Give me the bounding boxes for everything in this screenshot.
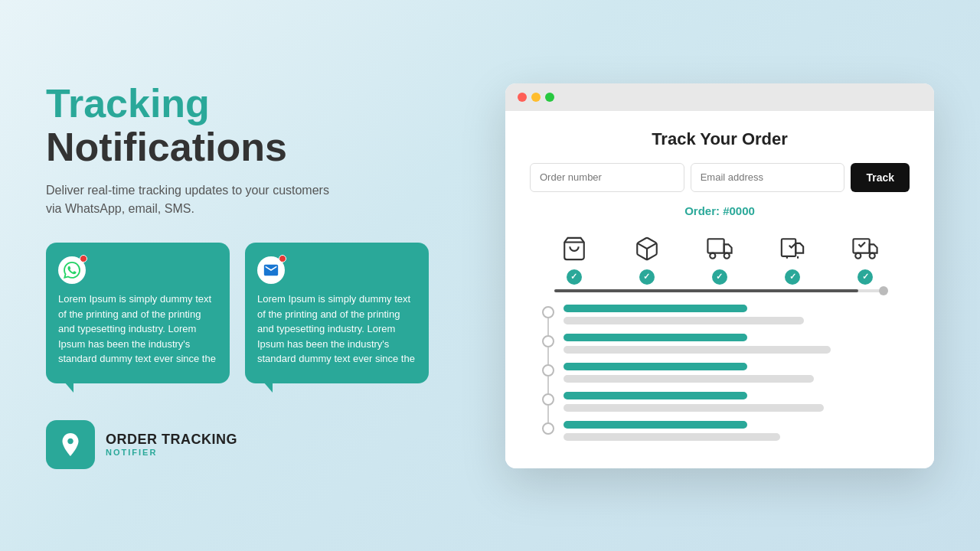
timeline-bar-gray — [564, 433, 780, 441]
tracking-word: Tracking — [46, 81, 210, 126]
timeline-bar-teal — [564, 334, 747, 341]
progress-line-container — [530, 289, 910, 292]
check-truck — [712, 269, 727, 285]
timeline-item — [542, 392, 897, 412]
progress-dot — [879, 286, 888, 295]
status-step-truck — [704, 233, 736, 285]
timeline — [530, 305, 910, 441]
check-delivered — [858, 269, 873, 285]
logo-text: ORDER TRACKING NOTIFIER — [106, 432, 237, 457]
logo-area: ORDER TRACKING NOTIFIER — [46, 420, 452, 469]
email-icon-container — [257, 256, 285, 284]
whatsapp-icon — [64, 262, 80, 279]
logo-icon — [57, 431, 84, 458]
order-id: Order: #0000 — [530, 204, 910, 217]
notification-dot-2 — [279, 255, 286, 262]
svg-point-4 — [710, 253, 715, 258]
timeline-lines — [564, 334, 897, 354]
chat-card-whatsapp: Lorem Ipsum is simply dummy text of the … — [46, 243, 230, 383]
delivered-icon — [849, 233, 881, 265]
timeline-item — [542, 421, 897, 441]
timeline-bar-gray — [564, 404, 824, 412]
timeline-lines — [564, 421, 897, 441]
track-title: Track Your Order — [530, 129, 910, 149]
browser-toolbar — [505, 83, 934, 111]
svg-marker-8 — [870, 244, 877, 253]
timeline-lines — [564, 363, 897, 383]
timeline-dot — [542, 393, 554, 406]
timeline-dot — [542, 422, 554, 435]
logo-name: ORDER TRACKING — [106, 432, 237, 448]
timeline-bar-gray — [564, 317, 804, 324]
truck-icon — [704, 233, 736, 265]
progress-track — [554, 289, 885, 292]
timeline-bar-teal — [564, 392, 747, 399]
status-step-box — [631, 233, 663, 285]
order-number-input[interactable] — [530, 163, 684, 192]
whatsapp-icon-container — [58, 256, 86, 284]
timeline-lines — [564, 305, 897, 324]
logo-box — [46, 420, 95, 469]
timeline-dot — [542, 364, 554, 377]
card1-text: Lorem Ipsum is simply dummy text of the … — [58, 293, 216, 364]
timeline-lines — [564, 392, 897, 412]
svg-rect-6 — [782, 239, 795, 256]
chat-card-email: Lorem Ipsum is simply dummy text of the … — [245, 243, 429, 383]
svg-point-9 — [856, 253, 861, 258]
timeline-bar-gray — [564, 375, 814, 383]
email-icon — [263, 262, 279, 279]
timeline-bar-teal — [564, 363, 747, 370]
svg-point-5 — [724, 253, 730, 258]
status-step-delivered — [849, 233, 881, 285]
browser-dot-red — [518, 93, 527, 102]
svg-marker-3 — [724, 244, 732, 253]
svg-point-10 — [870, 253, 875, 258]
delivery-icon — [776, 233, 808, 265]
check-delivery — [785, 269, 800, 285]
svg-rect-2 — [707, 239, 724, 253]
check-box — [639, 269, 655, 285]
timeline-bar-gray — [564, 346, 831, 354]
timeline-item — [542, 334, 897, 354]
timeline-item — [542, 363, 897, 383]
check-cart — [567, 269, 582, 285]
cart-icon — [558, 233, 590, 265]
card2-text: Lorem Ipsum is simply dummy text of the … — [257, 293, 415, 364]
browser-window: Track Your Order Track Order: #0000 — [505, 83, 934, 468]
timeline-item — [542, 305, 897, 324]
track-inputs: Track — [530, 163, 910, 192]
email-input[interactable] — [691, 163, 845, 192]
timeline-bar-teal — [564, 421, 747, 429]
timeline-bar-teal — [564, 305, 747, 312]
box-icon — [631, 233, 663, 265]
browser-content: Track Your Order Track Order: #0000 — [505, 111, 934, 468]
timeline-dot — [542, 306, 554, 318]
notification-dot — [80, 255, 87, 262]
progress-fill — [554, 289, 858, 292]
status-step-cart — [558, 233, 590, 285]
status-step-delivery — [776, 233, 808, 285]
status-icons-row — [530, 233, 910, 285]
timeline-dot — [542, 335, 554, 347]
track-button[interactable]: Track — [851, 163, 910, 192]
subtitle: Deliver real-time tracking updates to yo… — [46, 181, 337, 218]
browser-dot-green — [545, 93, 554, 102]
left-panel: Tracking Notifications Deliver real-time… — [46, 82, 452, 469]
chat-cards: Lorem Ipsum is simply dummy text of the … — [46, 243, 452, 383]
browser-dot-yellow — [531, 93, 541, 102]
main-title: Tracking Notifications — [46, 82, 452, 169]
logo-sub: NOTIFIER — [106, 448, 237, 457]
